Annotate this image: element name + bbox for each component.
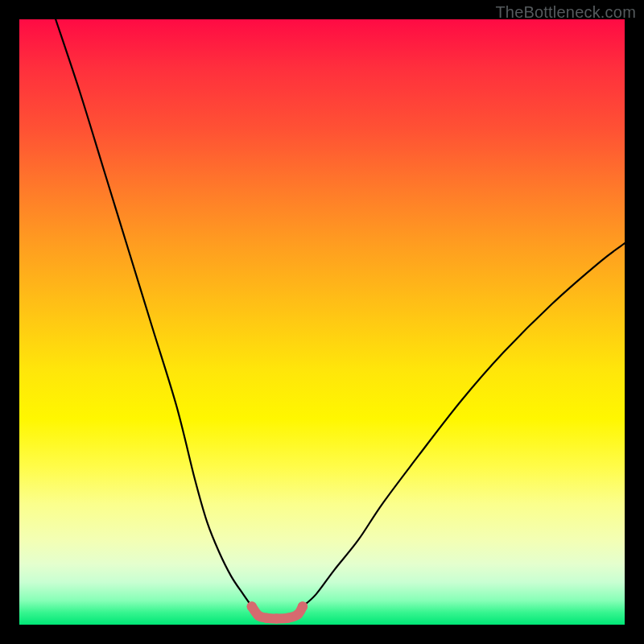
valley-marker-dot [262, 613, 271, 623]
curve-layer [19, 19, 625, 625]
valley-marker-dot [298, 601, 308, 611]
plot-area [19, 19, 625, 625]
valley-marker-dots [247, 601, 308, 623]
right-curve [303, 243, 625, 606]
valley-marker-dot [283, 613, 293, 623]
valley-marker-dot [247, 601, 257, 611]
chart-frame: TheBottleneck.com [0, 0, 644, 644]
valley-marker-dot [271, 613, 281, 623]
left-curve [56, 19, 252, 606]
watermark-text: TheBottleneck.com [495, 3, 636, 22]
